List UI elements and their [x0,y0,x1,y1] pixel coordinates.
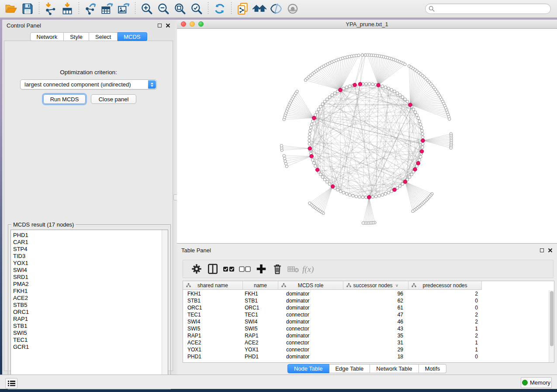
network-node[interactable] [393,90,396,93]
mcds-hub-node[interactable] [331,185,335,189]
network-node[interactable] [314,165,317,168]
tab-edge-table[interactable]: Edge Table [329,364,370,373]
zoom-fit-button[interactable] [172,1,188,16]
network-satellite-node[interactable] [280,144,283,147]
mcds-hub-node[interactable] [421,139,425,143]
mcds-hub-node[interactable] [408,103,412,107]
network-node[interactable] [310,123,313,126]
network-node[interactable] [352,194,355,197]
network-node[interactable] [374,195,377,198]
node-table-row[interactable]: YOX1YOX1connector291 [183,346,549,353]
mcds-hub-node[interactable] [339,88,343,92]
network-node[interactable] [371,196,374,199]
mcds-result-item[interactable]: PHD1 [11,232,168,239]
mcds-result-item[interactable]: SWI5 [11,330,168,337]
share-network-button[interactable] [235,1,251,16]
mcds-result-item[interactable]: STP4 [11,246,168,253]
network-node[interactable] [328,182,331,186]
node-table-row[interactable]: ORC1ORC1dominator610 [183,304,549,311]
network-satellite-node[interactable] [404,63,406,65]
close-panel-icon[interactable] [166,23,170,28]
mcds-result-item[interactable]: SWI4 [11,267,168,274]
network-node[interactable] [421,133,424,136]
network-node[interactable] [348,193,351,196]
network-satellite-node[interactable] [448,117,451,120]
network-node[interactable] [312,162,315,165]
network-node[interactable] [421,136,424,139]
mcds-hub-node[interactable] [367,196,371,199]
network-node[interactable] [308,133,311,136]
mcds-result-item[interactable]: ORC1 [11,309,168,316]
network-node[interactable] [418,120,421,123]
mcds-hub-node[interactable] [310,155,314,158]
mcds-result-item[interactable]: STB5 [11,302,168,309]
node-table-scrollbar[interactable] [549,290,554,362]
network-node[interactable] [317,108,320,111]
network-node[interactable] [406,100,409,103]
network-satellite-node[interactable] [412,210,414,213]
close-panel-button[interactable]: Close panel [91,94,136,104]
add-column-button[interactable] [253,261,269,276]
network-node[interactable] [371,83,374,86]
network-node[interactable] [412,108,415,111]
node-table-row[interactable]: FKH1FKH1dominator962 [183,290,549,297]
network-node[interactable] [396,92,399,95]
network-satellite-node[interactable] [362,222,364,224]
network-node[interactable] [401,96,404,99]
network-node[interactable] [361,196,364,199]
network-node[interactable] [381,193,384,196]
network-node[interactable] [404,98,407,101]
network-node[interactable] [421,129,424,132]
column-header-predecessor-nodes[interactable]: predecessor nodes [408,281,482,290]
network-node[interactable] [311,120,315,123]
network-satellite-node[interactable] [284,162,287,165]
hide-graphics-button[interactable] [268,1,284,16]
network-node[interactable] [358,196,361,199]
mcds-hub-node[interactable] [403,180,407,184]
mcds-hub-node[interactable] [353,83,357,87]
open-file-button[interactable] [3,1,19,16]
memory-button[interactable]: Memory [521,377,552,388]
table-float-window-icon[interactable] [540,248,544,252]
mcds-result-item[interactable]: ACE2 [11,295,168,302]
tab-node-table[interactable]: Node Table [287,364,329,373]
network-node[interactable] [414,111,417,114]
mcds-hub-node[interactable] [312,116,316,120]
network-node[interactable] [421,146,424,149]
network-node[interactable] [339,190,342,193]
deselect-all-button[interactable] [237,261,253,276]
network-node[interactable] [417,117,420,120]
mcds-hub-node[interactable] [420,150,424,154]
network-node[interactable] [378,194,381,197]
network-node[interactable] [419,155,422,158]
mcds-hub-node[interactable] [413,168,417,172]
network-node[interactable] [345,86,348,89]
node-table-row[interactable]: ACE2ACE2connector311 [183,339,549,346]
mcds-result-item[interactable]: RAP1 [11,316,168,323]
mcds-hub-node[interactable] [377,83,381,87]
network-satellite-node[interactable] [450,147,452,149]
network-node[interactable] [328,96,331,99]
node-table-row[interactable]: SWI4SWI4dominator462 [183,318,549,325]
network-node[interactable] [323,100,326,103]
mcds-hub-node[interactable] [393,188,397,192]
mcds-hub-node[interactable] [416,162,420,165]
mcds-result-item[interactable]: FKH1 [11,288,168,295]
mcds-hub-node[interactable] [358,82,362,86]
delete-column-button[interactable] [269,261,285,276]
network-node[interactable] [398,185,401,188]
select-all-button[interactable] [221,261,237,276]
network-node[interactable] [420,126,423,129]
mcds-result-item[interactable]: STB1 [11,323,168,330]
network-satellite-node[interactable] [361,54,363,56]
network-node[interactable] [331,93,334,96]
network-satellite-node[interactable] [283,157,286,160]
node-table-row[interactable]: TEC1TEC1connector472 [183,311,549,318]
column-header-MCDS-role[interactable]: MCDS role [278,281,343,290]
export-table-button[interactable] [99,1,115,16]
tab-network[interactable]: Network [30,32,64,41]
tab-style[interactable]: Style [64,32,89,41]
network-node[interactable] [384,193,387,196]
network-node[interactable] [342,87,345,90]
network-satellite-node[interactable] [357,54,360,57]
